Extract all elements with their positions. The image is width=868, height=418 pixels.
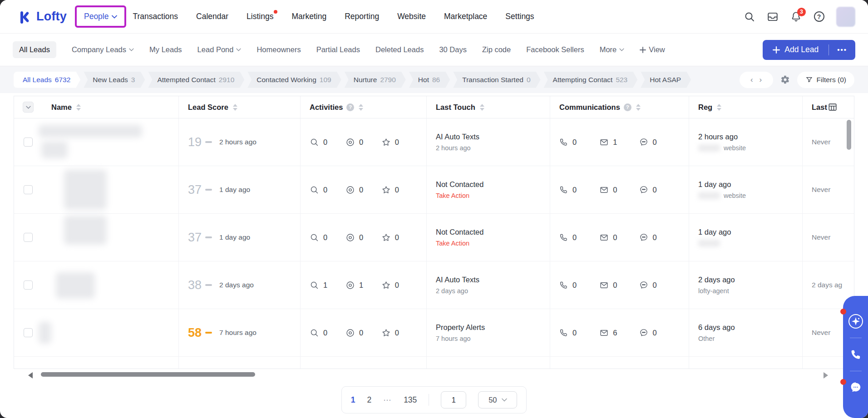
lead-score: 58 bbox=[188, 326, 212, 340]
tab-company-leads[interactable]: Company Leads bbox=[72, 45, 134, 54]
search-icon[interactable] bbox=[744, 11, 755, 23]
stage-hot[interactable]: Hot86 bbox=[409, 72, 450, 88]
row-checkbox[interactable] bbox=[24, 328, 33, 337]
nav-item-settings[interactable]: Settings bbox=[505, 12, 534, 21]
sort-icon[interactable] bbox=[76, 104, 81, 111]
horizontal-scrollbar-thumb[interactable] bbox=[41, 372, 255, 377]
row-checkbox[interactable] bbox=[24, 233, 33, 242]
inbox-icon[interactable] bbox=[767, 11, 779, 23]
last-touch-detail[interactable]: Take Action bbox=[436, 240, 483, 247]
page-ellipsis[interactable]: ⋯ bbox=[383, 395, 392, 405]
stage-all-leads[interactable]: All Leads6732 bbox=[14, 72, 80, 88]
envelope-icon bbox=[599, 138, 609, 147]
header-last-touch[interactable]: Last Touch bbox=[426, 96, 550, 118]
stage-contacted-working[interactable]: Contacted Working109 bbox=[247, 72, 341, 88]
sort-icon[interactable] bbox=[480, 104, 484, 111]
header-last[interactable]: Last bbox=[802, 96, 851, 118]
lead-name-cell[interactable] bbox=[42, 309, 178, 356]
vertical-scrollbar-thumb[interactable] bbox=[847, 120, 851, 150]
lead-name-cell[interactable] bbox=[42, 166, 178, 213]
user-avatar[interactable] bbox=[836, 7, 855, 27]
calls-metric: 0 bbox=[559, 280, 599, 290]
stage-hot-asap[interactable]: Hot ASAP bbox=[641, 72, 691, 88]
tab-deleted-leads[interactable]: Deleted Leads bbox=[375, 45, 424, 54]
emails-metric: 0 bbox=[599, 233, 639, 242]
stage-new-leads[interactable]: New Leads3 bbox=[84, 72, 145, 88]
nav-item-transactions[interactable]: Transactions bbox=[133, 12, 178, 21]
nav-item-marketplace[interactable]: Marketplace bbox=[444, 12, 487, 21]
header-activities[interactable]: Activities? bbox=[300, 96, 426, 118]
last-touch-detail[interactable]: 2 days ago bbox=[436, 287, 479, 295]
page-1[interactable]: 1 bbox=[351, 395, 355, 405]
stages-scroll-left-icon[interactable]: ‹ bbox=[750, 75, 753, 84]
sort-icon[interactable] bbox=[359, 104, 363, 111]
page-size-select[interactable]: 50 bbox=[478, 391, 517, 408]
chat-bubble-icon[interactable] bbox=[843, 371, 868, 404]
header-name[interactable]: Name bbox=[42, 96, 178, 118]
filters-button[interactable]: Filters (0) bbox=[797, 72, 854, 88]
help-icon[interactable]: ? bbox=[346, 103, 354, 111]
row-checkbox[interactable] bbox=[24, 280, 33, 290]
sort-icon[interactable] bbox=[233, 104, 237, 111]
add-view-button[interactable]: View bbox=[640, 45, 665, 54]
page-jump-input[interactable] bbox=[441, 391, 466, 408]
nav-item-website[interactable]: Website bbox=[397, 12, 426, 21]
header-communications[interactable]: Communications? bbox=[550, 96, 689, 118]
tab-lead-pond[interactable]: Lead Pond bbox=[197, 45, 242, 54]
dialer-phone-icon[interactable] bbox=[843, 338, 868, 371]
tab-facebook-sellers[interactable]: Facebook Sellers bbox=[526, 45, 584, 54]
stage-attempted-contact[interactable]: Attempted Contact2910 bbox=[148, 72, 244, 88]
page-last[interactable]: 135 bbox=[404, 395, 417, 405]
nav-item-marketing[interactable]: Marketing bbox=[291, 12, 326, 21]
ai-assistant-icon[interactable] bbox=[843, 305, 868, 338]
star-icon bbox=[381, 233, 391, 242]
sort-icon[interactable] bbox=[717, 104, 721, 111]
last-touch-detail[interactable]: 7 hours ago bbox=[436, 335, 485, 342]
tab-my-leads[interactable]: My Leads bbox=[149, 45, 182, 54]
select-all-dropdown[interactable] bbox=[23, 102, 34, 113]
row-checkbox[interactable] bbox=[24, 185, 33, 194]
gear-icon[interactable] bbox=[780, 75, 790, 84]
notifications-bell-icon[interactable]: 3 bbox=[790, 11, 802, 23]
page-2[interactable]: 2 bbox=[367, 395, 371, 405]
row-checkbox[interactable] bbox=[24, 138, 33, 147]
last-touch-detail[interactable]: Take Action bbox=[436, 192, 483, 199]
tab-partial-leads[interactable]: Partial Leads bbox=[316, 45, 360, 54]
lead-name-cell[interactable] bbox=[42, 118, 178, 166]
tab-all-leads[interactable]: All Leads bbox=[13, 41, 56, 58]
score-time: 2 hours ago bbox=[219, 138, 256, 146]
column-settings-icon[interactable] bbox=[828, 102, 838, 112]
header-reg[interactable]: Reg bbox=[689, 96, 802, 118]
chat-bubble-icon bbox=[639, 280, 648, 290]
lofty-logo[interactable]: Lofty bbox=[17, 9, 67, 25]
stage-nurture[interactable]: Nurture2790 bbox=[345, 72, 406, 88]
favorites-metric: 0 bbox=[381, 233, 417, 242]
stage-attempting-contact[interactable]: Attempting Contact523 bbox=[544, 72, 638, 88]
tab-homeowners[interactable]: Homeowners bbox=[256, 45, 301, 54]
header-lead-score[interactable]: Lead Score bbox=[178, 96, 300, 118]
stages-scroll-right-icon[interactable]: › bbox=[760, 75, 762, 84]
help-icon[interactable]: ? bbox=[624, 103, 631, 111]
stage-transaction-started[interactable]: Transaction Started0 bbox=[453, 72, 540, 88]
scroll-right-arrow-icon[interactable] bbox=[824, 372, 828, 379]
lead-score: 37 bbox=[188, 231, 212, 245]
add-lead-button[interactable]: Add Lead bbox=[763, 45, 829, 54]
last-touch-detail[interactable]: 2 hours ago bbox=[436, 144, 479, 152]
tab-more[interactable]: More bbox=[600, 45, 625, 54]
pipeline-stages: All Leads6732 New Leads3 Attempted Conta… bbox=[14, 72, 734, 88]
nav-item-listings[interactable]: Listings bbox=[247, 12, 273, 21]
tab-zip-code[interactable]: Zip code bbox=[482, 45, 511, 54]
last-activity: Never bbox=[802, 214, 851, 261]
lead-name-cell[interactable] bbox=[42, 261, 178, 309]
help-icon[interactable]: ? bbox=[813, 11, 825, 23]
nav-item-reporting[interactable]: Reporting bbox=[345, 12, 379, 21]
funnel-icon bbox=[805, 76, 813, 84]
lead-name-cell[interactable] bbox=[42, 214, 178, 261]
nav-items: Transactions Calendar Listings Marketing… bbox=[133, 12, 534, 21]
nav-item-calendar[interactable]: Calendar bbox=[196, 12, 228, 21]
scroll-left-arrow-icon[interactable] bbox=[28, 372, 33, 379]
tab-30-days[interactable]: 30 Days bbox=[439, 45, 467, 54]
sort-icon[interactable] bbox=[636, 104, 641, 111]
nav-item-people[interactable]: People bbox=[75, 5, 127, 28]
add-lead-more-button[interactable]: ••• bbox=[829, 46, 855, 54]
